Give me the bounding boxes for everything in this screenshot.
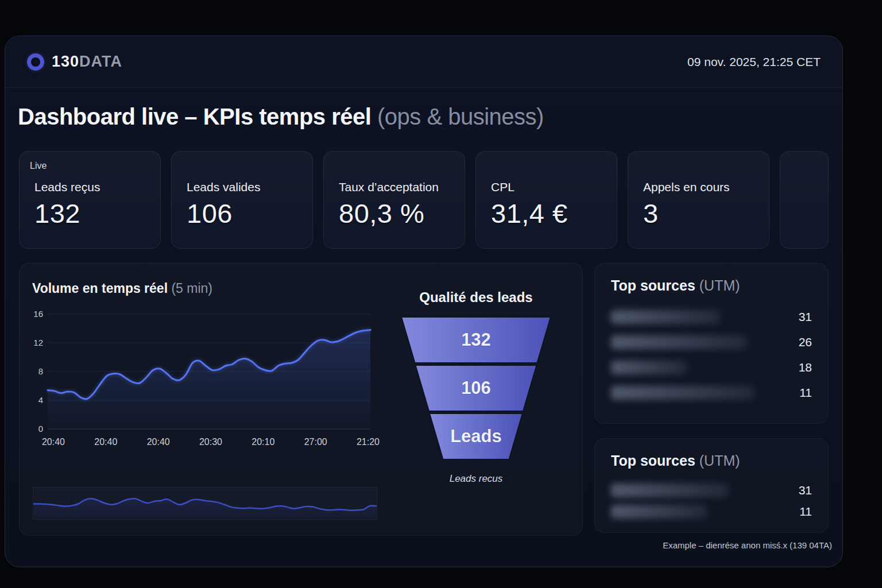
- source-count: 18: [799, 361, 812, 374]
- volume-line-chart-svg: 161284020:4020:4020:4020:3020:1027:0021:…: [33, 308, 393, 448]
- side-column: Top sources (UTM) 31 26 18: [594, 263, 829, 536]
- kpi-card-empty: [780, 151, 829, 249]
- redacted-source-label: [611, 483, 729, 497]
- svg-text:27:00: 27:00: [304, 437, 327, 447]
- funnel-caption: Leads recus: [390, 473, 562, 485]
- svg-text:132: 132: [461, 330, 491, 350]
- brand-ring-icon: [27, 53, 44, 71]
- svg-text:21:20: 21:20: [357, 437, 380, 447]
- svg-text:16: 16: [33, 309, 43, 319]
- source-count: 31: [799, 483, 812, 497]
- kpi-value: 106: [187, 198, 297, 229]
- kpi-value: 80,3 %: [339, 198, 450, 229]
- svg-text:20:10: 20:10: [252, 437, 274, 447]
- dashboard-screen: 130DATA 09 nov. 2025, 21:25 CET Dashboar…: [0, 0, 882, 588]
- top-sources-title: Top sources (UTM): [611, 277, 812, 294]
- svg-text:20:40: 20:40: [147, 437, 170, 447]
- panel-title-main: Top sources: [611, 277, 699, 293]
- brand-muted: DATA: [79, 53, 122, 70]
- svg-text:8: 8: [38, 366, 43, 376]
- source-row: 26: [611, 330, 812, 355]
- source-rows: 31 11: [611, 479, 812, 522]
- kpi-label: Leads valides: [187, 180, 297, 194]
- kpi-card-taux-acceptation: Taux d’acceptation 80,3 %: [323, 151, 465, 249]
- page-title: Dashboard live – KPIs temps réel (ops & …: [18, 104, 544, 130]
- redacted-source-label: [611, 386, 755, 400]
- kpi-row: Live Leads reçus 132 Leads valides 106 T…: [19, 151, 829, 249]
- svg-text:4: 4: [38, 395, 43, 405]
- panel-title-main: Top sources: [611, 452, 699, 469]
- source-row: 31: [611, 304, 812, 330]
- panel-title-suffix: (UTM): [699, 452, 740, 469]
- kpi-value: 3: [643, 198, 754, 229]
- volume-chart-panel: Volume en temps réel (5 min) 161284020:4…: [19, 263, 583, 536]
- source-count: 26: [799, 335, 812, 349]
- redacted-source-label: [611, 361, 687, 374]
- source-count: 11: [799, 505, 812, 519]
- brand-strong: 130: [52, 53, 79, 70]
- redacted-source-label: [611, 505, 707, 519]
- funnel-block: Qualité des leads 132106Leads Leads recu…: [390, 289, 562, 485]
- kpi-value: 132: [34, 198, 145, 229]
- top-sources-panel-secondary: Top sources (UTM) 31 11: [594, 438, 829, 533]
- top-sources-title: Top sources (UTM): [611, 452, 812, 469]
- top-sources-panel-primary: Top sources (UTM) 31 26 18: [594, 263, 829, 424]
- kpi-card-leads-recus: Live Leads reçus 132: [19, 151, 161, 249]
- source-row: 11: [611, 380, 812, 405]
- app-window: 130DATA 09 nov. 2025, 21:25 CET Dashboar…: [5, 36, 843, 567]
- funnel-title: Qualité des leads: [390, 289, 562, 305]
- brand-name: 130DATA: [52, 53, 122, 71]
- svg-text:20:40: 20:40: [94, 437, 117, 447]
- svg-text:20:40: 20:40: [42, 437, 65, 447]
- kpi-label: Leads reçus: [34, 180, 145, 194]
- volume-title-main: Volume en temps réel: [32, 281, 168, 296]
- trend-sparkline-svg: [33, 485, 377, 523]
- redacted-source-label: [611, 310, 720, 324]
- kpi-card-appels: Appels en cours 3: [628, 151, 769, 249]
- kpi-label: CPL: [491, 180, 602, 194]
- source-row: 11: [611, 501, 812, 522]
- source-rows: 31 26 18 11: [611, 304, 812, 405]
- source-row: 31: [611, 479, 812, 501]
- redacted-source-label: [611, 335, 747, 349]
- leads-funnel-svg: 132106Leads: [390, 316, 562, 463]
- kpi-label: Appels en cours: [643, 180, 754, 194]
- kpi-card-leads-valides: Leads valides 106: [171, 151, 313, 249]
- kpi-card-cpl: CPL 31,4 €: [475, 151, 617, 249]
- brand: 130DATA: [27, 53, 122, 71]
- volume-chart-title: Volume en temps réel (5 min): [32, 281, 212, 296]
- svg-text:12: 12: [33, 338, 43, 347]
- svg-text:0: 0: [38, 424, 43, 434]
- volume-title-suffix: (5 min): [171, 281, 212, 296]
- source-count: 31: [799, 310, 812, 324]
- header-datetime: 09 nov. 2025, 21:25 CET: [687, 55, 821, 69]
- page-title-main: Dashboard live – KPIs temps réel: [18, 104, 377, 129]
- svg-text:106: 106: [461, 378, 491, 398]
- page-title-suffix: (ops & business): [377, 104, 544, 129]
- panel-title-suffix: (UTM): [699, 277, 740, 293]
- kpi-label: Taux d’acceptation: [339, 180, 450, 194]
- app-header: 130DATA 09 nov. 2025, 21:25 CET: [5, 36, 842, 88]
- source-row: 18: [611, 355, 812, 380]
- live-badge: Live: [30, 161, 47, 171]
- content-row: Volume en temps réel (5 min) 161284020:4…: [19, 263, 829, 536]
- source-count: 11: [799, 386, 812, 400]
- kpi-value: 31,4 €: [491, 198, 602, 229]
- svg-text:20:30: 20:30: [199, 437, 222, 447]
- footer-note: Example – dienrése anon misś.x (139 04TA…: [663, 540, 832, 550]
- svg-text:Leads: Leads: [450, 426, 502, 446]
